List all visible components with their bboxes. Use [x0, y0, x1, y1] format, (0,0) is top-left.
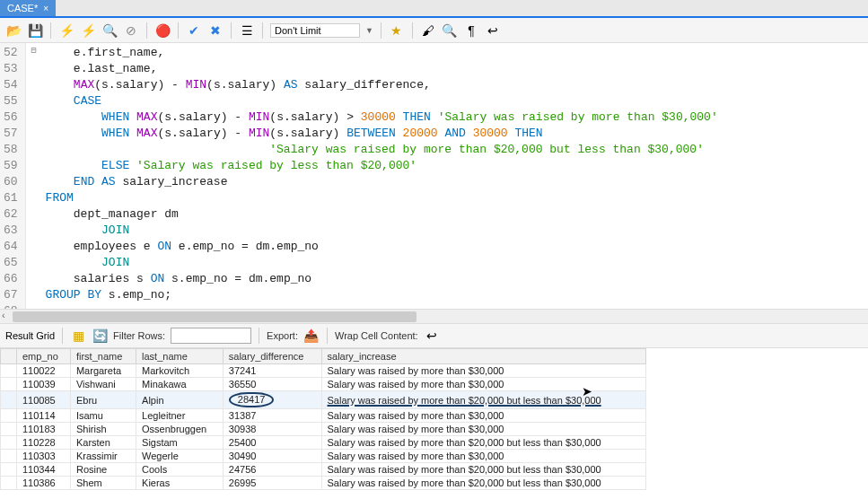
tab-case[interactable]: CASE* × [0, 0, 56, 16]
star-icon[interactable]: ★ [389, 22, 405, 39]
table-row[interactable]: 110085EbruAlpin28417Salary was raised by… [1, 391, 646, 409]
separator [262, 22, 263, 39]
separator [62, 328, 63, 344]
wrap-cell-icon[interactable]: ↩ [424, 328, 440, 344]
stop-icon[interactable]: ⊘ [123, 22, 139, 39]
result-grid-area[interactable]: emp_nofirst_namelast_namesalary_differen… [0, 348, 868, 499]
table-row[interactable]: 110039VishwaniMinakawa36550Salary was ra… [1, 378, 646, 391]
table-row[interactable]: 110114IsamuLegleitner31387Salary was rai… [1, 409, 646, 423]
open-icon[interactable]: 📂 [5, 22, 22, 39]
mouse-cursor-icon: ➤ [582, 384, 592, 398]
horizontal-scrollbar[interactable]: ‹ [0, 309, 868, 323]
export-label: Export: [267, 330, 298, 341]
line-gutter: 5253545556575859606162636465666768 [0, 43, 26, 309]
check-icon[interactable]: ✔ [186, 22, 202, 39]
sql-editor[interactable]: 5253545556575859606162636465666768 ⊟ e.f… [0, 43, 868, 309]
dropdown-icon[interactable]: ▼ [365, 26, 373, 35]
column-first_name[interactable]: first_name [70, 349, 136, 364]
table-row[interactable]: 110344RosineCools24756Salary was raised … [1, 463, 646, 477]
separator [146, 22, 147, 39]
column-emp_no[interactable]: emp_no [17, 349, 71, 364]
separator [231, 22, 232, 39]
refresh-icon[interactable]: 🔄 [92, 328, 108, 344]
explain-icon[interactable]: 🔍 [101, 22, 118, 39]
filter-input[interactable] [171, 328, 251, 344]
fold-column[interactable]: ⊟ [26, 43, 42, 309]
execute-step-icon[interactable]: ⚡ [80, 22, 96, 39]
scrollbar-thumb[interactable] [13, 311, 416, 322]
execute-icon[interactable]: ⚡ [58, 22, 75, 39]
table-row[interactable]: 110303KrassimirWegerle30490Salary was ra… [1, 450, 646, 463]
wrap-icon[interactable]: ↩ [485, 22, 501, 39]
filter-label: Filter Rows: [113, 330, 165, 341]
separator [412, 22, 413, 39]
table-row[interactable]: 110386ShemKieras26995Salary was raised b… [1, 477, 646, 490]
separator [178, 22, 179, 39]
code-content[interactable]: e.first_name, e.last_name, MAX(s.salary)… [42, 43, 868, 309]
separator [50, 22, 51, 39]
commit-icon[interactable]: 🔴 [154, 22, 171, 39]
close-icon[interactable]: × [43, 4, 48, 13]
result-grid-label: Result Grid [5, 330, 55, 341]
beautify-icon[interactable]: 🖌 [420, 22, 436, 39]
invisible-icon[interactable]: ¶ [463, 22, 479, 39]
find-icon[interactable]: 🔍 [442, 22, 458, 39]
column-salary_increase[interactable]: salary_increase [321, 349, 645, 364]
column-last_name[interactable]: last_name [136, 349, 224, 364]
column-salary_difference[interactable]: salary_difference [223, 349, 321, 364]
save-icon[interactable]: 💾 [27, 22, 43, 39]
table-row[interactable]: 110228KarstenSigstam25400Salary was rais… [1, 436, 646, 450]
table-row[interactable]: 110022MargaretaMarkovitch37241Salary was… [1, 364, 646, 378]
tab-label: CASE* [7, 3, 38, 13]
grid-icon[interactable]: ▦ [70, 328, 86, 344]
separator [381, 22, 381, 39]
result-grid[interactable]: emp_nofirst_namelast_namesalary_differen… [0, 348, 646, 490]
sql-toolbar: 📂 💾 ⚡ ⚡ 🔍 ⊘ 🔴 ✔ ✖ ☰ ▼ ★ 🖌 🔍 ¶ ↩ [0, 18, 868, 43]
cancel-icon[interactable]: ✖ [207, 22, 224, 39]
table-row[interactable]: 110183ShirishOssenbruggen30938Salary was… [1, 423, 646, 436]
results-toolbar: Result Grid ▦ 🔄 Filter Rows: Export: 📤 W… [0, 323, 868, 348]
separator [327, 328, 328, 344]
wrap-label: Wrap Cell Content: [335, 330, 418, 341]
separator [259, 328, 259, 344]
limit-select[interactable] [270, 23, 360, 38]
editor-tab-bar: CASE* × [0, 0, 868, 18]
list-icon[interactable]: ☰ [239, 22, 255, 39]
export-icon[interactable]: 📤 [303, 328, 320, 344]
